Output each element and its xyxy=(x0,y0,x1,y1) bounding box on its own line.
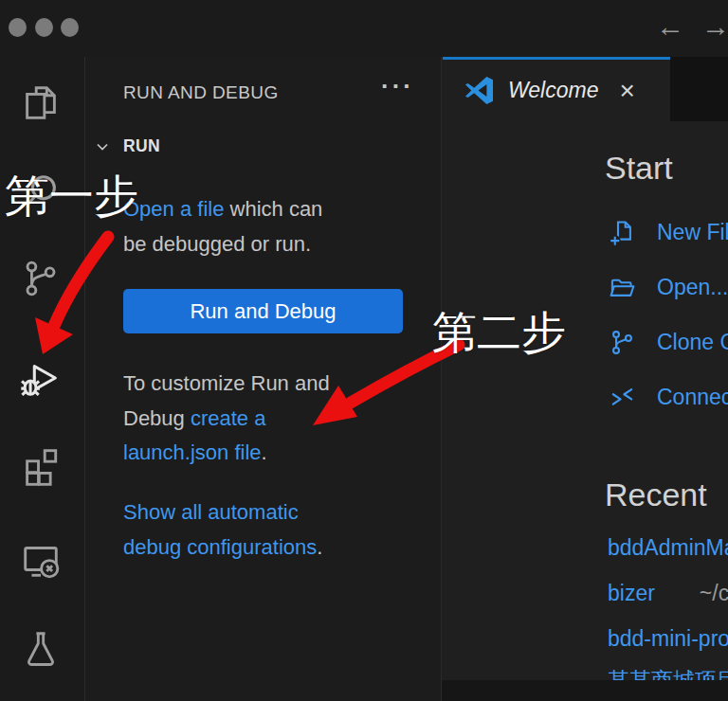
title-bar: ← → xyxy=(0,0,728,57)
start-item-label: Clone Git... xyxy=(657,330,728,355)
testing-icon[interactable] xyxy=(19,627,63,671)
start-connect[interactable]: Connect to... xyxy=(608,381,728,413)
tab-close-icon[interactable]: × xyxy=(619,78,634,104)
recent-name: bizer xyxy=(608,581,655,606)
sidebar-title: RUN AND DEBUG xyxy=(123,82,279,103)
run-section-header[interactable]: RUN xyxy=(93,136,160,156)
show-all-automatic-link[interactable]: Show all automatic xyxy=(123,495,322,530)
recent-path: ~/co xyxy=(700,581,728,606)
extensions-icon[interactable] xyxy=(19,443,63,487)
sidebar-run-and-debug: RUN AND DEBUG ··· RUN Open a file which … xyxy=(85,57,441,701)
start-open[interactable]: Open... xyxy=(608,271,728,303)
tab-title: Welcome xyxy=(508,78,598,103)
annotation-step2: 第二步 xyxy=(432,303,566,363)
source-control-icon[interactable] xyxy=(19,257,63,300)
start-item-label: Connect to... xyxy=(657,385,728,410)
views-and-more-actions-icon[interactable]: ··· xyxy=(381,72,414,101)
recent-item[interactable]: 某某商城项目 xyxy=(608,666,728,680)
traffic-light-close-icon[interactable] xyxy=(9,18,27,37)
show-all-configs: Show all automatic debug configurations. xyxy=(123,495,322,565)
run-and-debug-button[interactable]: Run and Debug xyxy=(123,289,403,333)
remote-explorer-icon[interactable] xyxy=(19,538,63,582)
welcome-page: Start New File... Open... xyxy=(442,121,728,680)
git-branch-icon xyxy=(608,328,637,357)
editor-bottom-strip xyxy=(442,680,728,701)
vscode-window: ← → xyxy=(0,0,728,701)
customize-text-line2: Debug xyxy=(123,406,191,430)
run-and-debug-icon[interactable] xyxy=(19,356,63,400)
tab-bar-empty xyxy=(670,57,728,121)
start-item-label: Open... xyxy=(657,275,728,300)
nav-forward-icon[interactable]: → xyxy=(701,8,728,45)
recent-item[interactable]: bddAdminMa xyxy=(608,535,728,564)
recent-name: bddAdminMa xyxy=(608,535,728,561)
remote-connect-icon xyxy=(608,383,637,412)
customize-text-line1: To customize Run and xyxy=(123,367,330,402)
open-file-hint: Open a file which can be debugged or run… xyxy=(123,192,322,261)
hint-text: which can xyxy=(224,197,322,221)
editor-area: Welcome × Start New File... Open... xyxy=(441,57,728,701)
create-launch-json-link[interactable]: create a xyxy=(191,406,266,430)
run-section-label: RUN xyxy=(123,136,160,156)
traffic-light-minimize-icon[interactable] xyxy=(35,18,53,37)
customize-period: . xyxy=(262,440,267,464)
activity-bar xyxy=(0,57,85,701)
start-clone[interactable]: Clone Git... xyxy=(608,326,728,358)
annotation-step1: 第一步 xyxy=(5,167,138,226)
vscode-logo-icon xyxy=(464,75,495,106)
start-item-label: New File... xyxy=(657,220,728,245)
recent-heading: Recent xyxy=(605,476,707,513)
recent-name: 某某商城项目 xyxy=(608,666,728,680)
launch-json-file-link[interactable]: launch.json file xyxy=(123,440,262,464)
customize-hint: To customize Run and Debug create a laun… xyxy=(123,367,330,471)
recent-item[interactable]: bizer ~/co xyxy=(608,581,728,609)
open-folder-icon xyxy=(608,273,637,302)
debug-configurations-link[interactable]: debug configurations xyxy=(123,535,317,559)
nav-back-icon[interactable]: ← xyxy=(656,8,684,45)
chevron-down-icon xyxy=(93,137,112,156)
recent-item[interactable]: bdd-mini-pro xyxy=(608,626,728,655)
start-heading: Start xyxy=(605,150,673,187)
hint-text-line2: be debugged or run. xyxy=(123,227,322,262)
start-new-file[interactable]: New File... xyxy=(608,216,728,248)
new-file-icon xyxy=(608,218,637,247)
show-all-period: . xyxy=(317,535,322,559)
traffic-light-maximize-icon[interactable] xyxy=(61,18,79,37)
tab-welcome[interactable]: Welcome × xyxy=(443,57,670,121)
recent-name: bdd-mini-pro xyxy=(608,626,728,652)
explorer-icon[interactable] xyxy=(19,81,63,125)
